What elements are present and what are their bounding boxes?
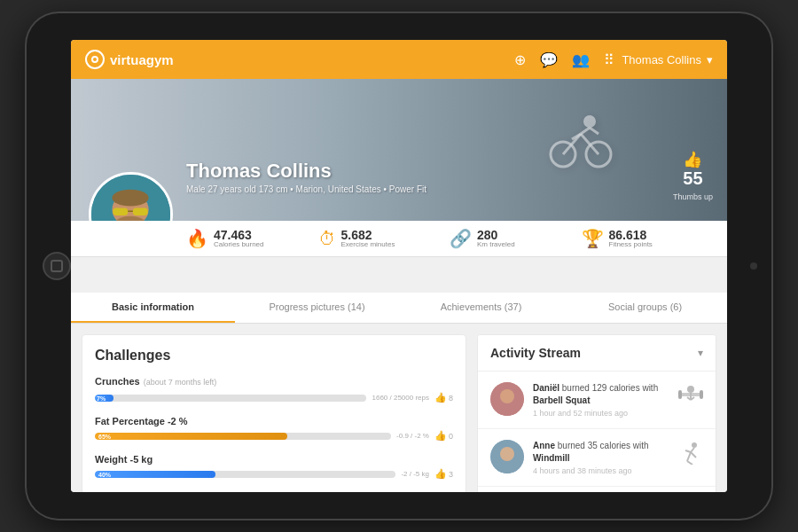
profile-info: Thomas Collins Male 27 years old 173 cm …	[186, 160, 426, 194]
chat-icon[interactable]: 💬	[540, 51, 558, 68]
svg-rect-12	[133, 207, 148, 215]
svg-point-10	[112, 190, 148, 207]
like-count-1: 8	[449, 394, 453, 403]
svg-rect-11	[113, 207, 128, 215]
challenge-crunches: Crunches (about 7 months left) 7%	[95, 376, 453, 403]
activity-panel: Activity Stream ▾	[477, 334, 716, 492]
content-area: Challenges Crunches (about 7 months left…	[71, 324, 727, 492]
stat-minutes-label: Exercise minutes	[341, 241, 395, 248]
activity-exercise-1: Barbell Squat	[533, 395, 590, 405]
activity-header: Activity Stream ▾	[478, 335, 716, 372]
stat-minutes: ⏱ 5.682 Exercise minutes	[318, 228, 450, 249]
svg-line-32	[691, 452, 696, 458]
challenge-like-2: 👍 0	[434, 430, 453, 442]
like-icon-1: 👍	[434, 392, 447, 403]
brand: virtuagym	[85, 50, 174, 69]
stats-bar: 🔥 47.463 Calories burned ⏱ 5.682 Exercis…	[71, 221, 727, 257]
brand-icon	[85, 50, 105, 69]
svg-point-29	[692, 442, 697, 448]
barbell-squat-icon	[678, 382, 703, 412]
activity-desc-1: Daniël burned 129 calories with Barbell …	[533, 382, 669, 407]
challenge-name-3: Weight -5 kg	[95, 454, 453, 465]
challenge-sub-1: (about 7 months left)	[144, 378, 217, 387]
activity-exercise-2: Windmill	[533, 453, 570, 463]
activity-item-3: Julia burned 94 calories with Gluteus Ba…	[478, 487, 716, 492]
navbar-icons: ⊕ 💬 👥 ⠿	[514, 51, 614, 68]
stat-minutes-value: 5.682	[341, 229, 395, 241]
user-dropdown-arrow: ▾	[707, 53, 713, 66]
trophy-icon: 🏆	[582, 228, 604, 249]
cyclist-illustration	[541, 97, 621, 191]
svg-line-4	[581, 128, 590, 134]
thumbs-label: Thumbs up	[673, 192, 713, 201]
profile-name: Thomas Collins	[186, 160, 426, 183]
activity-title: Activity Stream	[490, 346, 581, 360]
tab-progress-pictures[interactable]: Progress pictures (14)	[235, 293, 399, 323]
svg-point-22	[687, 386, 694, 393]
km-icon: 🔗	[450, 228, 472, 249]
navbar-user[interactable]: Thomas Collins ▾	[622, 53, 713, 66]
stat-fitness: 🏆 86.618 Fitness points	[582, 228, 714, 249]
tab-achievements[interactable]: Achievements (37)	[399, 293, 563, 323]
ipad-shell: virtuagym ⊕ 💬 👥 ⠿ Thomas Collins ▾	[27, 13, 771, 519]
target-icon[interactable]: ⊕	[514, 51, 526, 68]
like-icon-3: 👍	[434, 468, 447, 480]
activity-avatar-2	[490, 440, 524, 473]
svg-line-34	[687, 461, 692, 465]
stat-calories-label: Calories burned	[214, 241, 263, 248]
svg-rect-20	[678, 390, 682, 399]
progress-bar-2: 65%	[95, 433, 391, 440]
activity-item-2: Anne burned 35 calories with Windmill 4 …	[478, 429, 716, 487]
challenge-name-1: Crunches	[95, 376, 140, 387]
like-count-2: 0	[449, 432, 453, 441]
svg-line-3	[581, 134, 598, 154]
brand-icon-inner	[91, 56, 98, 63]
svg-line-7	[590, 128, 598, 134]
svg-point-17	[500, 389, 514, 403]
tab-bar: Basic information Progress pictures (14)…	[71, 293, 727, 324]
stat-fitness-label: Fitness points	[609, 241, 653, 248]
challenge-like-3: 👍 3	[434, 468, 453, 480]
users-icon[interactable]: 👥	[572, 51, 590, 68]
progress-text-2: -0.9 / -2 %	[396, 432, 429, 440]
stat-km-value: 280	[477, 229, 515, 241]
progress-bar-3: 40%	[95, 471, 395, 478]
grid-icon[interactable]: ⠿	[604, 51, 614, 68]
activity-text-2: Anne burned 35 calories with Windmill 4 …	[533, 440, 669, 475]
brand-name: virtuagym	[110, 52, 174, 67]
activity-avatar-1	[490, 382, 524, 416]
profile-header: PRO Thomas Collins Male 27 years old 173…	[71, 79, 727, 221]
challenge-name-2: Fat Percentage -2 %	[95, 416, 453, 426]
home-button[interactable]	[43, 252, 71, 280]
activity-item-1: Daniël burned 129 calories with Barbell …	[478, 372, 716, 429]
tab-basic-info[interactable]: Basic information	[71, 293, 235, 323]
challenge-fat: Fat Percentage -2 % 65% -0.9 / -2 %	[95, 416, 453, 442]
challenge-like-1: 👍 8	[434, 392, 453, 403]
activity-dropdown-arrow[interactable]: ▾	[698, 347, 703, 359]
progress-bar-1: 7%	[95, 395, 366, 402]
stat-km-label: Km traveled	[477, 241, 515, 248]
thumbs-icon: 👍	[673, 150, 713, 169]
activity-time-1: 1 hour and 52 minutes ago	[533, 409, 669, 418]
profile-details: Male 27 years old 173 cm • Marion, Unite…	[186, 184, 426, 194]
ipad-screen: virtuagym ⊕ 💬 👥 ⠿ Thomas Collins ▾	[71, 40, 727, 492]
stat-calories: 🔥 47.463 Calories burned	[186, 228, 318, 249]
fire-icon: 🔥	[186, 228, 208, 249]
username: Thomas Collins	[622, 53, 701, 66]
like-count-3: 3	[449, 470, 453, 479]
svg-line-33	[687, 452, 691, 461]
challenge-weight: Weight -5 kg 40% -2 / -5 kg	[95, 454, 453, 480]
svg-point-27	[500, 447, 514, 461]
svg-point-5	[583, 115, 596, 128]
stat-calories-value: 47.463	[214, 229, 263, 241]
svg-rect-21	[700, 390, 703, 399]
activity-desc-2: Anne burned 35 calories with Windmill	[533, 440, 669, 465]
activity-user-2: Anne	[533, 441, 555, 450]
thumbs-count: 55	[673, 169, 713, 187]
activity-action-1: burned 129 calories with	[562, 383, 658, 393]
home-button-inner	[51, 260, 63, 272]
windmill-icon	[678, 440, 703, 470]
tab-social-groups[interactable]: Social groups (6)	[563, 293, 727, 323]
stat-fitness-value: 86.618	[609, 229, 653, 241]
main-content: PRO Thomas Collins Male 27 years old 173…	[71, 79, 727, 492]
